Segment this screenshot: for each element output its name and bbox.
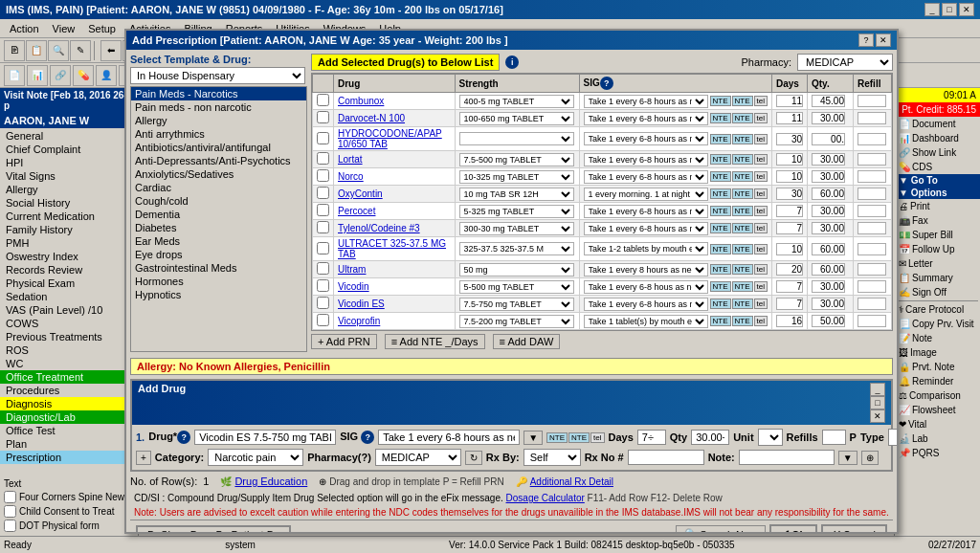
nte-badge[interactable]: NTE bbox=[710, 134, 731, 144]
sidebar-item-chief-complaint[interactable]: Chief Complaint▶ bbox=[0, 143, 138, 156]
nte-badge[interactable]: NTE bbox=[732, 154, 753, 165]
sidebar-item-family-history[interactable]: Family History▶ bbox=[0, 223, 138, 236]
category-select[interactable]: Narcotic pain bbox=[208, 449, 303, 466]
hydrocodone-strength[interactable] bbox=[459, 132, 574, 145]
darvocet-strength[interactable]: 100-650 mg TABLET bbox=[459, 112, 574, 125]
pharmacy2-select[interactable]: MEDICAP bbox=[375, 449, 461, 466]
vicodin-es-checkbox[interactable] bbox=[317, 297, 329, 309]
oxycontin-link[interactable]: OxyContin bbox=[338, 188, 383, 199]
tb-btn-5[interactable]: ⬅ bbox=[100, 40, 122, 61]
combunox-sig[interactable]: Take 1 every 6-8 hours as neede bbox=[584, 95, 708, 108]
template-item-dementia[interactable]: Dementia bbox=[131, 208, 306, 221]
sidebar-item-diagnostic-lab[interactable]: Diagnostic/Lab▶ bbox=[0, 410, 138, 424]
ultracet-qty[interactable] bbox=[812, 243, 845, 255]
dot-physical-checkbox[interactable] bbox=[4, 520, 16, 532]
norco-days[interactable] bbox=[776, 170, 803, 183]
percocet-link[interactable]: Percocet bbox=[338, 206, 375, 216]
search-new-button[interactable]: 🔍 Search New bbox=[676, 525, 766, 532]
ultram-days[interactable] bbox=[776, 263, 803, 276]
tylenol-days[interactable] bbox=[776, 222, 803, 234]
template-item-anti-arrythmics[interactable]: Anti arrythmics bbox=[131, 127, 306, 141]
ultracet-days[interactable] bbox=[776, 243, 803, 255]
info-icon[interactable]: i bbox=[505, 55, 519, 69]
combunox-refill[interactable] bbox=[858, 95, 886, 107]
ultracet-link[interactable]: ULTRACET 325-37.5 MG TAB bbox=[338, 238, 446, 259]
sidebar-item-physical-exam[interactable]: Physical Exam▶ bbox=[0, 276, 138, 290]
nte-badge[interactable]: NTE bbox=[732, 113, 753, 123]
template-item-diabetes[interactable]: Diabetes bbox=[131, 221, 306, 234]
add-prn-button[interactable]: + Add PRN bbox=[311, 334, 377, 349]
nte-badge[interactable]: NTE bbox=[732, 134, 753, 144]
nte-badge[interactable]: NTE bbox=[710, 244, 731, 254]
add-drug-restore[interactable]: □ bbox=[870, 396, 885, 409]
norco-refill[interactable] bbox=[858, 170, 886, 183]
sidebar-item-sedation[interactable]: Sedation▶ bbox=[0, 290, 138, 303]
pharmacy-select[interactable]: MEDICAP bbox=[797, 54, 893, 71]
tylenol-qty[interactable] bbox=[812, 222, 845, 234]
nte-badge[interactable]: tel bbox=[754, 264, 768, 275]
hydrocodone-qty[interactable] bbox=[812, 133, 845, 145]
template-item-gi-meds[interactable]: Gastrointestinal Meds bbox=[131, 261, 306, 275]
ultracet-sig[interactable]: Take 1-2 tablets by mouth every 4 bbox=[584, 242, 708, 255]
sig-input[interactable] bbox=[378, 430, 520, 445]
sidebar-item-records-review[interactable]: Records Review▶ bbox=[0, 263, 138, 276]
nte-badge[interactable]: tel bbox=[754, 244, 768, 254]
template-item-pain-non-narcotic[interactable]: Pain meds - non narcotic bbox=[131, 100, 306, 114]
restore-button[interactable]: □ bbox=[942, 3, 957, 16]
tb-btn-3[interactable]: 🔍 bbox=[48, 40, 69, 61]
nte-badge[interactable]: tel bbox=[754, 299, 768, 309]
add-drug-minimize[interactable]: _ bbox=[870, 383, 885, 396]
right-btn-summary[interactable]: 📋 Summary bbox=[895, 271, 980, 285]
combunox-qty[interactable] bbox=[812, 95, 845, 107]
vicodin-es-days[interactable] bbox=[776, 298, 803, 310]
cancel-button[interactable]: ✕ Cancel bbox=[821, 524, 887, 532]
nte-badge[interactable]: NTE bbox=[710, 113, 731, 123]
vicodin-refill[interactable] bbox=[858, 280, 886, 293]
menu-setup[interactable]: Setup bbox=[82, 22, 122, 35]
norco-sig[interactable]: Take 1 every 6-8 hours as neede bbox=[584, 170, 708, 184]
sidebar-item-previous-treatments[interactable]: Previous Treatments▶ bbox=[0, 330, 138, 343]
percocet-checkbox[interactable] bbox=[317, 204, 329, 216]
nte-badge-row1[interactable]: NTE bbox=[546, 432, 568, 443]
sidebar-item-general[interactable]: General▶ bbox=[0, 129, 138, 143]
norco-qty[interactable] bbox=[812, 170, 845, 183]
lortat-link[interactable]: Lortat bbox=[338, 154, 363, 165]
vicodin-es-strength[interactable]: 7.5-750 mg TABLET bbox=[459, 298, 574, 311]
days-field[interactable] bbox=[637, 430, 666, 445]
nte-badge[interactable]: tel bbox=[754, 281, 768, 292]
qty-field[interactable] bbox=[691, 430, 729, 445]
nte-badge[interactable]: tel bbox=[754, 171, 768, 182]
hydrocodone-checkbox[interactable] bbox=[317, 132, 329, 144]
sig-help-icon[interactable]: ? bbox=[600, 77, 613, 90]
type-select[interactable] bbox=[888, 429, 897, 446]
template-item-cardiac[interactable]: Cardiac bbox=[131, 181, 306, 194]
sidebar-item-diagnosis[interactable]: Diagnosis▶ bbox=[0, 397, 138, 410]
nte-badge-row1c[interactable]: tel bbox=[590, 432, 604, 443]
nte-badge[interactable]: NTE bbox=[710, 188, 731, 199]
hydrocodone-days[interactable] bbox=[776, 133, 803, 145]
right-btn-flowsheet[interactable]: 📈 Flowsheet bbox=[895, 403, 980, 417]
nte-badge[interactable]: tel bbox=[754, 113, 768, 123]
tb-btn-1[interactable]: 🖹 bbox=[4, 40, 25, 61]
lortat-qty[interactable] bbox=[812, 153, 845, 166]
nte-badge[interactable]: NTE bbox=[732, 299, 753, 309]
sidebar-item-ros[interactable]: ROS▶ bbox=[0, 343, 138, 357]
tb-btn-2[interactable]: 📋 bbox=[26, 40, 47, 61]
nte-badge[interactable]: NTE bbox=[732, 188, 753, 199]
right-btn-dashboard[interactable]: 📊 Dashboard bbox=[895, 131, 980, 145]
nte-badge[interactable]: tel bbox=[754, 154, 768, 165]
sidebar-item-prescription[interactable]: Prescription▶ bbox=[0, 451, 138, 464]
ultram-link[interactable]: Ultram bbox=[338, 264, 366, 275]
sidebar-item-oswestry[interactable]: Oswestry Index▶ bbox=[0, 250, 138, 263]
category-add-btn[interactable]: + bbox=[136, 451, 151, 465]
sig-help-icon2[interactable]: ? bbox=[361, 431, 374, 444]
nte-badge[interactable]: NTE bbox=[710, 264, 731, 275]
nte-badge[interactable]: NTE bbox=[732, 264, 753, 275]
right-btn-pqrs[interactable]: 📌 PQRS bbox=[895, 446, 980, 460]
template-item-allergy[interactable]: Allergy bbox=[131, 114, 306, 127]
sidebar-item-social-history[interactable]: Social History▶ bbox=[0, 196, 138, 210]
add-nte-button[interactable]: ≡ Add NTE _/Days bbox=[385, 334, 485, 349]
menu-action[interactable]: Action bbox=[4, 22, 45, 35]
oxycontin-refill[interactable] bbox=[858, 188, 886, 200]
nte-badge[interactable]: NTE bbox=[732, 223, 753, 233]
